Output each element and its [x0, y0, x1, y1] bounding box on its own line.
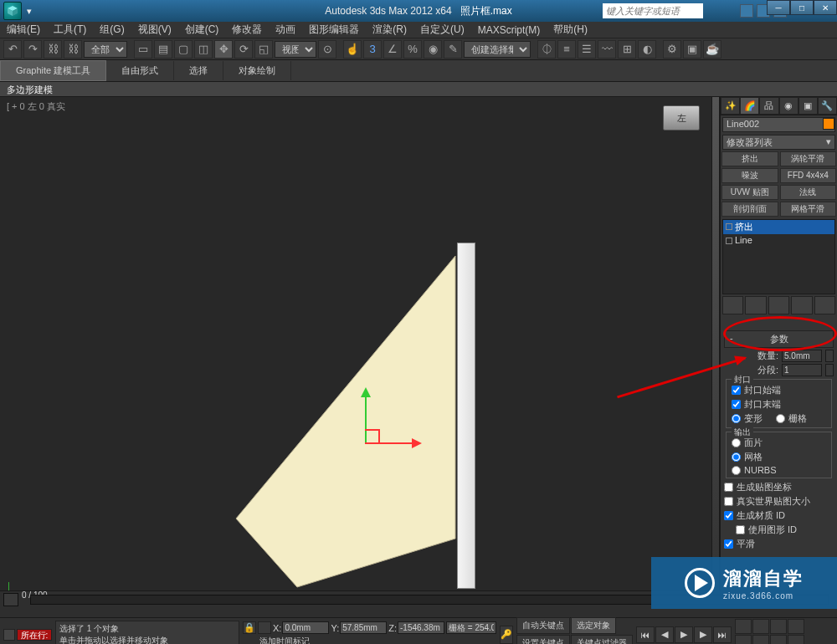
link-button[interactable]: ⛓	[44, 40, 62, 59]
amount-spinner[interactable]	[782, 350, 822, 362]
selection-filter[interactable]: 全部	[84, 41, 127, 58]
scale-button[interactable]: ◱	[254, 40, 273, 59]
menu-maxscript[interactable]: MAXScript(M)	[478, 24, 541, 36]
mod-ffd[interactable]: FFD 4x4x4	[780, 168, 837, 183]
patch-radio[interactable]	[732, 438, 741, 447]
time-tag-button[interactable]: 添加时间标记	[259, 636, 310, 644]
viewport-label[interactable]: [ + 0 左 0 真实	[7, 100, 65, 113]
ribbon-paint[interactable]: 对象绘制	[223, 61, 291, 80]
mod-slice[interactable]: 剖切剖面	[721, 202, 778, 217]
percent-snap-button[interactable]: %	[403, 40, 422, 59]
fov-button[interactable]	[735, 635, 752, 644]
subribbon-label[interactable]: 多边形建模	[0, 82, 837, 97]
autokey-button[interactable]: 自动关键点	[516, 617, 570, 634]
mod-turbosmooth[interactable]: 涡轮平滑	[780, 151, 837, 166]
nurbs-radio[interactable]	[732, 466, 741, 475]
select-region-button[interactable]: ▢	[174, 40, 193, 59]
curve-editor-button[interactable]: 〰	[598, 40, 616, 59]
create-tab[interactable]: ✨	[721, 97, 740, 115]
menu-tools[interactable]: 工具(T)	[54, 23, 86, 37]
menu-animation[interactable]: 动画	[275, 23, 295, 37]
move-button[interactable]: ✥	[214, 40, 233, 59]
schematic-button[interactable]: ⊞	[618, 40, 636, 59]
cap-start-check[interactable]	[732, 386, 741, 395]
gencoords-check[interactable]	[724, 483, 733, 492]
app-icon[interactable]	[3, 2, 22, 20]
lock-icon[interactable]	[3, 629, 15, 641]
z-field[interactable]	[398, 621, 444, 634]
mod-normal[interactable]: 法线	[780, 185, 837, 200]
close-button[interactable]: ✕	[814, 0, 837, 15]
extrude-rect[interactable]	[457, 243, 475, 589]
x-field[interactable]	[282, 621, 329, 634]
orbit-button[interactable]	[770, 635, 787, 644]
viewcube[interactable]: 左	[663, 105, 700, 130]
maximize-viewport-button[interactable]	[788, 635, 804, 644]
amount-spinner-buttons[interactable]	[825, 350, 834, 362]
menu-render[interactable]: 渲染(R)	[372, 23, 407, 37]
mod-meshsmooth[interactable]: 网格平滑	[780, 202, 837, 217]
smooth-check[interactable]	[724, 539, 733, 549]
play-button[interactable]: ▶	[675, 626, 693, 643]
menu-create[interactable]: 创建(C)	[185, 23, 219, 37]
mesh-radio[interactable]	[732, 452, 741, 462]
setkey-button[interactable]: 设置关键点	[516, 635, 570, 644]
segments-spinner-buttons[interactable]	[825, 364, 834, 376]
edit-named-sel-button[interactable]: ✎	[444, 40, 462, 59]
render-frame-button[interactable]: ▣	[683, 40, 701, 59]
zoom-all-button[interactable]	[752, 619, 769, 634]
manip-button[interactable]: ☝	[343, 40, 362, 59]
display-tab[interactable]: ▣	[798, 97, 818, 115]
stack-extrude[interactable]: 挤出	[723, 220, 834, 234]
grid-radio[interactable]	[776, 414, 785, 423]
next-frame-button[interactable]: ▶	[694, 626, 712, 643]
lock-selection-icon[interactable]: 🔒	[243, 621, 256, 634]
unique-button[interactable]	[768, 296, 789, 314]
cap-end-check[interactable]	[732, 400, 741, 409]
select-button[interactable]: ▭	[134, 40, 152, 59]
time-slider-handle[interactable]	[3, 593, 18, 606]
selected-obj-dropdown[interactable]: 选定对象	[571, 617, 616, 634]
material-button[interactable]: ◐	[638, 40, 656, 59]
object-color[interactable]	[823, 118, 834, 130]
redo-button[interactable]: ↷	[23, 40, 42, 59]
key-icon[interactable]: 🔑	[500, 626, 513, 644]
unlink-button[interactable]: ⛓	[64, 40, 82, 59]
mod-noise[interactable]: 噪波	[721, 168, 778, 183]
prev-frame-button[interactable]: ◀	[655, 626, 674, 643]
show-end-button[interactable]	[745, 296, 766, 314]
morph-radio[interactable]	[732, 414, 741, 423]
layer-button[interactable]: ☰	[578, 40, 596, 59]
hierarchy-tab[interactable]: 品	[759, 97, 778, 115]
isolate-icon[interactable]	[258, 621, 271, 634]
angle-snap-button[interactable]: ∠	[383, 40, 402, 59]
modifier-stack[interactable]: 挤出 Line	[722, 219, 835, 294]
menu-graph[interactable]: 图形编辑器	[309, 23, 359, 37]
zoom-button[interactable]	[735, 619, 752, 634]
menu-group[interactable]: 组(G)	[100, 23, 124, 37]
object-name-field[interactable]: Line002	[722, 117, 835, 132]
modify-tab[interactable]: 🌈	[740, 97, 759, 115]
mod-uvw[interactable]: UVW 贴图	[721, 185, 778, 200]
undo-button[interactable]: ↶	[3, 40, 22, 59]
window-crossing-button[interactable]: ◫	[194, 40, 213, 59]
spinner-snap-button[interactable]: ◉	[424, 40, 442, 59]
realworld-check[interactable]	[724, 497, 733, 506]
pin-stack-button[interactable]	[722, 296, 743, 314]
menu-help[interactable]: 帮助(H)	[553, 23, 588, 37]
pivot-button[interactable]: ⊙	[318, 40, 336, 59]
pan-button[interactable]	[752, 635, 769, 644]
ribbon-freeform[interactable]: 自由形式	[106, 61, 174, 80]
minimize-button[interactable]: ─	[767, 0, 790, 15]
render-setup-button[interactable]: ⚙	[663, 40, 681, 59]
menu-edit[interactable]: 编辑(E)	[7, 23, 40, 37]
align-button[interactable]: ≡	[557, 40, 576, 59]
ribbon-select[interactable]: 选择	[174, 61, 223, 80]
genmatid-check[interactable]	[724, 511, 733, 520]
extrude-polygon[interactable]	[234, 256, 477, 590]
params-rollout[interactable]: 参数	[724, 330, 834, 348]
menu-modifier[interactable]: 修改器	[232, 23, 262, 37]
y-field[interactable]	[340, 621, 387, 634]
ref-coord[interactable]: 视图	[275, 41, 316, 58]
configure-button[interactable]	[814, 296, 835, 314]
